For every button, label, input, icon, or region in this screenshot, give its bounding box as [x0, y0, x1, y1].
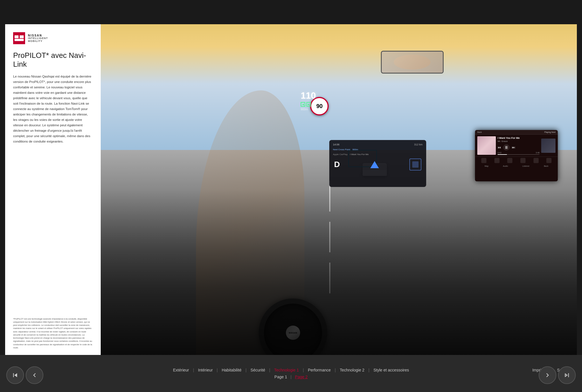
page-links: Page 1 | Page 2	[274, 375, 308, 379]
rearview-mirror	[381, 51, 444, 74]
nav-item-performance[interactable]: Performance	[304, 368, 335, 372]
page-description: Le nouveau Nissan Qashqai est équipé de …	[13, 74, 93, 312]
footnote: *ProPILOT est une technologie avancée d'…	[13, 317, 93, 350]
nissan-logo-icon	[13, 32, 25, 44]
road-scene: 90 110 ◀ ▶	[101, 24, 577, 355]
infotainment-screen: Back Playing Next I Want You For Me Mr. …	[475, 130, 558, 181]
music-time-end: 3:48	[536, 152, 540, 154]
steering-wheel-area: NISSAN	[253, 293, 310, 338]
ctrl-label-map: Map	[485, 165, 489, 167]
ctrl-label-back: Back	[544, 165, 548, 167]
nav-item-exterieur[interactable]: Extérieur	[169, 368, 193, 372]
dash-top: 14:06 312 km	[332, 143, 424, 147]
music-title: I Want You For Me	[498, 137, 539, 139]
album-art	[477, 136, 496, 155]
main-content: NISSAN INTELLIGENT MOBILITY ProPILOT* av…	[5, 24, 577, 355]
nav-item-habitabilite[interactable]: Habitabilité	[218, 368, 245, 372]
mirror-reflection	[382, 52, 443, 73]
dash-nav-distance: 900m	[352, 148, 358, 151]
music-artist: Mr. Grace	[498, 140, 539, 143]
nissan-logo: NISSAN INTELLIGENT MOBILITY	[13, 32, 93, 44]
info-header: Back Playing Next	[475, 130, 558, 135]
app-icons-row	[475, 157, 558, 164]
hud-arrows: ◀ ▶	[301, 102, 358, 107]
info-header-right: Playing Next	[544, 131, 555, 133]
nissan-wheel-badge: NISSAN	[286, 326, 300, 340]
info-header-left: Back	[477, 131, 482, 133]
forward-to-end-icon	[563, 371, 571, 379]
dashboard-display: 14:06 312 km Next Cross Point 900m Apple…	[329, 140, 426, 187]
right-panel: 90 110 ◀ ▶	[101, 24, 577, 355]
speed-letter: D	[334, 161, 340, 168]
ctrl-label-listener: Listener	[522, 165, 530, 167]
nav-forward-button[interactable]	[539, 366, 556, 384]
nav-item-techno1[interactable]: Technologie 1	[270, 368, 303, 372]
nav-item-techno2[interactable]: Technologie 2	[336, 368, 368, 372]
hud-arrow-left: ◀	[301, 102, 305, 107]
nav-square-inner	[412, 161, 419, 168]
dash-time: 14:06	[333, 143, 340, 146]
page-link-2[interactable]: Page 2	[295, 375, 308, 379]
info-back-btn[interactable]: Back	[477, 131, 482, 133]
svg-rect-3	[15, 39, 24, 41]
ctrl-play[interactable]: ⏸	[503, 144, 510, 151]
nav-item-interieur[interactable]: Intérieur	[194, 368, 217, 372]
nav-indicator	[370, 161, 379, 168]
dash-music-row: Apple CarPlay I Want You For Me	[332, 153, 424, 156]
speed-indicator: D	[334, 161, 340, 168]
music-controls: ⏮ ⏸ ⏭	[498, 144, 539, 151]
hud-speed: 110	[301, 90, 358, 101]
mirror-face	[394, 55, 430, 70]
road-line-3	[329, 263, 330, 293]
dash-music-label: Apple CarPlay	[333, 153, 347, 156]
app-icon-3[interactable]	[507, 158, 512, 163]
music-progress-fill	[498, 154, 507, 155]
nav-links-row: Extérieur | Intérieur | Habitabilité | S…	[0, 368, 582, 372]
left-panel: NISSAN INTELLIGENT MOBILITY ProPILOT* av…	[5, 24, 101, 355]
nav-back-to-start-button[interactable]	[6, 366, 24, 384]
music-progress-bar	[498, 154, 539, 155]
dash-nav-label: Next Cross Point	[333, 148, 350, 151]
page-link-1[interactable]: Page 1	[274, 375, 287, 379]
road-line-2	[329, 222, 330, 253]
nav-arrow-up	[370, 161, 379, 168]
nav-item-style[interactable]: Style et accessoires	[369, 368, 413, 372]
album-art-next	[541, 139, 555, 153]
music-time-start: 0:42	[498, 152, 502, 154]
nissan-logo-text: NISSAN INTELLIGENT MOBILITY	[28, 34, 48, 43]
dash-nav: Next Cross Point 900m	[332, 148, 424, 151]
bottom-nav: Extérieur | Intérieur | Habitabilité | S…	[0, 355, 582, 392]
nav-back-button[interactable]	[26, 366, 43, 384]
back-to-start-icon	[11, 371, 19, 379]
info-music-area: I Want You For Me Mr. Grace ⏮ ⏸ ⏭ 0:42 3…	[475, 135, 558, 157]
dash-center: D	[332, 157, 424, 172]
music-progress-times: 0:42 3:48	[498, 152, 539, 154]
nav-links: Extérieur | Intérieur | Habitabilité | S…	[169, 368, 413, 372]
hud-overlay: 110 ◀ ▶ 900m	[301, 90, 358, 125]
nav-forward-to-end-button[interactable]	[558, 366, 576, 384]
page-title: ProPILOT* avec Navi-Link	[13, 51, 93, 69]
app-icon-1[interactable]	[481, 158, 486, 163]
nav-square	[409, 159, 421, 170]
hud-arrow-right: ▶	[306, 102, 311, 107]
svg-rect-2	[20, 35, 24, 38]
svg-rect-1	[15, 35, 19, 38]
ctrl-next[interactable]: ⏭	[512, 145, 515, 149]
back-icon	[31, 371, 39, 379]
forward-icon	[543, 371, 551, 379]
bottom-controls-row: Map Audio Listener Back	[475, 164, 558, 168]
app-icon-4[interactable]	[520, 158, 526, 163]
page-sep: |	[290, 375, 292, 379]
ctrl-label-audio: Audio	[503, 165, 508, 167]
dash-music-track: I Want You For Me	[350, 153, 369, 156]
app-icon-6[interactable]	[546, 158, 551, 163]
nav-item-securite[interactable]: Sécurité	[246, 368, 269, 372]
app-icon-5[interactable]	[534, 158, 539, 163]
hud-distance: 900m	[301, 108, 358, 111]
dashboard-inner: 14:06 312 km Next Cross Point 900m Apple…	[332, 143, 424, 184]
dash-range: 312 km	[414, 143, 423, 146]
ctrl-prev[interactable]: ⏮	[498, 145, 501, 149]
music-info: I Want You For Me Mr. Grace ⏮ ⏸ ⏭ 0:42 3…	[498, 137, 539, 155]
app-icon-2[interactable]	[494, 158, 500, 163]
